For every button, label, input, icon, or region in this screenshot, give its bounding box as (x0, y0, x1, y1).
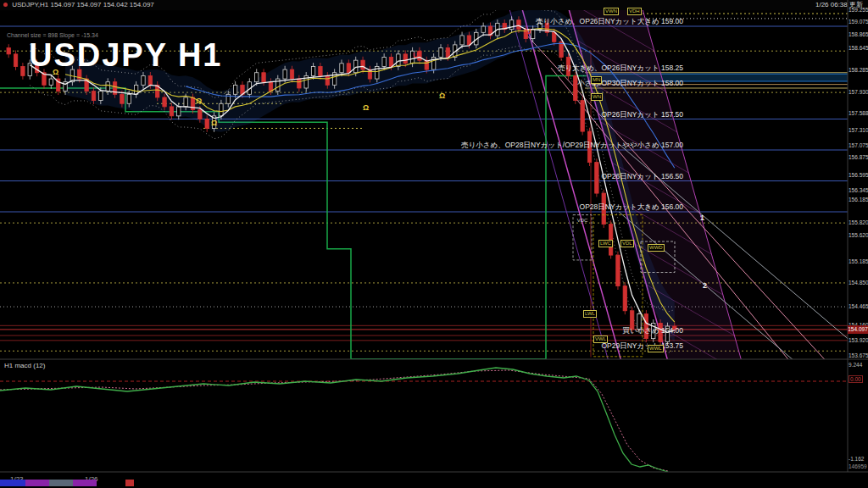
pivot-tag-vdl: VDL (620, 240, 634, 247)
signal-marker-omega: Ω (363, 103, 369, 112)
price-axis-label: 156.185 (849, 197, 867, 202)
current-price-tag: 154.097 (848, 325, 868, 334)
macd-axis-label: -1.162 (849, 456, 864, 462)
price-axis-label: 158.865 (849, 31, 867, 37)
pivot-tag-vdh: VDH (627, 8, 642, 15)
trading-chart-window: USDJPY,H1 154.097 154.097 154.042 154.09… (0, 0, 868, 488)
price-level-annotation: 売り小さめ、OP28日NYカット/OP29日NYカットやや小さめ 157.00 (461, 141, 683, 151)
indicator-label: H1 macd (12) (4, 362, 45, 369)
price-axis-label: 153.675 (849, 352, 867, 358)
pivot-tag-lwl: LWL (583, 310, 597, 318)
legend-color-swatch (73, 480, 97, 486)
price-level-annotation: OP29日NYカット 153.75 (601, 341, 683, 352)
channel-number-label: 1 (700, 214, 704, 222)
legend-color-swatch (49, 480, 73, 486)
time-axis[interactable]: 1/231/26 (0, 473, 868, 488)
price-axis-label: 157.588 (849, 110, 867, 116)
channel-number-label: 2 (703, 281, 707, 290)
price-axis-label: 157.310 (849, 127, 867, 133)
price-axis-label: 156.345 (849, 187, 867, 193)
price-axis-label: 157.930 (849, 89, 867, 95)
price-axis-label: 155.820 (849, 219, 867, 225)
price-axis-label: 157.075 (849, 142, 867, 148)
channel-info-label: Channel size = 898 Slope = -15.34 (7, 32, 98, 38)
signal-marker-omega: Ω (439, 92, 445, 100)
legend-color-swatch (125, 480, 134, 486)
price-axis-label: 158.285 (849, 67, 867, 73)
legend-color-swatch (0, 480, 25, 486)
pivot-tag-lwc: LWC (598, 240, 613, 247)
signal-marker-u: U (526, 27, 531, 36)
price-level-annotation: 売り小さめ、OP26日NYカット大きめ 159.00 (536, 17, 683, 27)
price-level-annotation: 買い小さめ 154.00 (623, 326, 683, 336)
price-axis-label: 159.075 (849, 19, 867, 25)
signal-marker-omega: Ω (196, 97, 202, 105)
price-level-annotation: 売り大きめ、OP26日NYカット 158.25 (558, 64, 683, 74)
pivot-tag-vwn: VWN (604, 8, 619, 15)
price-axis-label: 155.620 (849, 232, 867, 238)
legend-color-swatch (25, 480, 49, 486)
price-axis-label: 159.255 (849, 7, 867, 13)
price-axis-label: 154.850 (849, 280, 867, 286)
pivot-tag-vwl: VWL (593, 336, 608, 343)
price-axis-label: 153.920 (849, 337, 867, 343)
price-axis-label: 158.645 (849, 45, 867, 51)
macd-axis-label: 146959 (849, 463, 867, 469)
price-level-annotation: OP28日NYカット大きめ 156.00 (580, 202, 683, 213)
signal-marker-omega: Ω (211, 119, 217, 127)
macd-axis-label: 9.244 (849, 362, 862, 368)
price-axis-label: 154.465 (849, 303, 867, 309)
signal-marker-omega: Ω (53, 68, 58, 76)
macd-layer (0, 368, 848, 472)
price-level-annotation: OP26日NYカット 156.50 (601, 172, 683, 182)
svg-text:VDC: VDC (577, 218, 588, 223)
price-level-annotation: OP26日NYカット 157.50 (601, 110, 683, 120)
macd-axis-label: 0.00 (849, 375, 863, 383)
pivot-tag-mn: MN (591, 76, 602, 84)
pivot-tag-wn: WN (591, 93, 603, 101)
price-axis-label: 155.185 (849, 258, 867, 264)
signal-marker-u: U (413, 51, 419, 59)
pivot-tag-wwl: WWL (648, 345, 664, 352)
price-axis-label: 156.595 (849, 172, 867, 178)
pivot-tag-wwd: WWD (648, 244, 665, 252)
price-axis-label: 156.875 (849, 154, 867, 160)
